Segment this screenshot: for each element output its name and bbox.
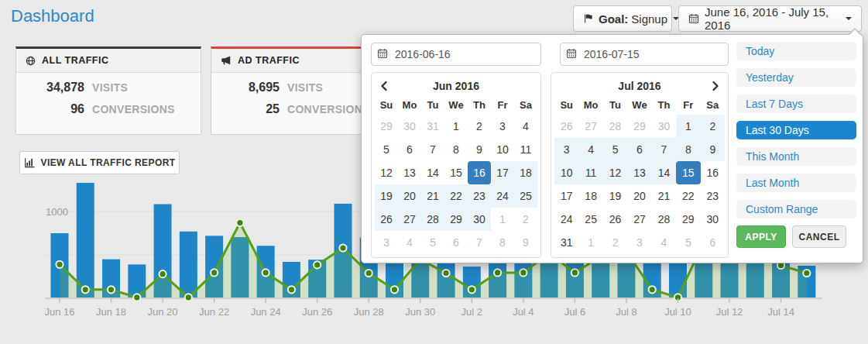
calendar-day[interactable]: 4	[578, 138, 602, 161]
calendar-day[interactable]: 1	[491, 208, 514, 231]
calendar-day[interactable]: 29	[444, 208, 468, 231]
calendar-day[interactable]: 1	[578, 231, 602, 254]
calendar-day[interactable]: 28	[652, 208, 676, 231]
end-date-input[interactable]	[560, 43, 729, 66]
calendar-day[interactable]: 26	[554, 115, 578, 138]
calendar-day[interactable]: 26	[375, 208, 398, 231]
calendar-day[interactable]: 10	[491, 138, 514, 161]
preset-today[interactable]: Today	[736, 42, 856, 60]
calendar-day[interactable]: 6	[398, 138, 421, 161]
calendar-day[interactable]: 19	[375, 184, 398, 208]
calendar-day[interactable]: 18	[514, 161, 537, 184]
calendar-day[interactable]: 28	[603, 115, 627, 138]
calendar-day[interactable]: 7	[652, 138, 676, 161]
calendar-day[interactable]: 15	[444, 161, 468, 184]
calendar-day[interactable]: 4	[398, 231, 421, 254]
calendar-day[interactable]: 30	[468, 208, 491, 231]
calendar-day[interactable]: 2	[468, 115, 491, 138]
calendar-day[interactable]: 1	[676, 115, 700, 138]
calendar-day[interactable]: 16	[701, 161, 725, 184]
calendar-day[interactable]: 7	[468, 231, 491, 254]
chevron-right-icon[interactable]	[711, 81, 720, 91]
preset-last-month[interactable]: Last Month	[736, 174, 856, 192]
cancel-button[interactable]: CANCEL	[792, 225, 846, 248]
calendar-day[interactable]: 11	[578, 161, 602, 184]
chevron-left-icon[interactable]	[379, 81, 389, 91]
calendar-day[interactable]: 26	[603, 208, 627, 231]
calendar-day[interactable]: 15	[676, 161, 700, 184]
calendar-day[interactable]: 23	[701, 184, 725, 208]
goal-dropdown-button[interactable]: Goal: Signup	[573, 5, 672, 32]
calendar-day[interactable]: 18	[578, 184, 602, 208]
calendar-day[interactable]: 17	[491, 161, 514, 184]
preset-last-30-days[interactable]: Last 30 Days	[736, 121, 856, 139]
date-range-button[interactable]: June 16, 2016 - July 15, 2016	[678, 5, 862, 32]
calendar-day[interactable]: 8	[676, 138, 700, 161]
calendar-day[interactable]: 27	[627, 208, 651, 231]
calendar-day[interactable]: 10	[554, 161, 578, 184]
calendar-day[interactable]: 25	[514, 184, 537, 208]
apply-button[interactable]: APPLY	[736, 225, 786, 248]
preset-this-month[interactable]: This Month	[736, 147, 856, 166]
calendar-day[interactable]: 12	[375, 161, 398, 184]
calendar-day[interactable]: 11	[514, 138, 537, 161]
calendar-day[interactable]: 21	[421, 184, 444, 208]
calendar-day[interactable]: 29	[375, 115, 398, 138]
calendar-day[interactable]: 3	[554, 138, 578, 161]
calendar-day[interactable]: 24	[491, 184, 514, 208]
calendar-day[interactable]: 28	[421, 208, 444, 231]
calendar-day[interactable]: 9	[514, 231, 537, 254]
calendar-day[interactable]: 5	[375, 138, 398, 161]
calendar-day[interactable]: 9	[701, 138, 725, 161]
calendar-day[interactable]: 3	[375, 231, 398, 254]
preset-yesterday[interactable]: Yesterday	[736, 68, 856, 87]
calendar-day[interactable]: 27	[578, 115, 602, 138]
calendar-day[interactable]: 14	[421, 161, 444, 184]
calendar-day[interactable]: 27	[398, 208, 421, 231]
preset-custom-range[interactable]: Custom Range	[736, 200, 856, 218]
calendar-day[interactable]: 4	[652, 231, 676, 254]
calendar-day[interactable]: 1	[444, 115, 468, 138]
calendar-day[interactable]: 13	[398, 161, 421, 184]
preset-last-7-days[interactable]: Last 7 Days	[736, 95, 856, 113]
start-date-input[interactable]	[371, 43, 541, 66]
calendar-day[interactable]: 21	[652, 184, 676, 208]
calendar-day[interactable]: 6	[444, 231, 468, 254]
calendar-day[interactable]: 8	[444, 138, 468, 161]
calendar-day[interactable]: 6	[627, 138, 651, 161]
calendar-day[interactable]: 19	[603, 184, 627, 208]
calendar-day[interactable]: 3	[627, 231, 651, 254]
calendar-day[interactable]: 30	[652, 115, 676, 138]
calendar-day[interactable]: 6	[701, 231, 725, 254]
calendar-day[interactable]: 22	[676, 184, 700, 208]
calendar-day[interactable]: 30	[701, 208, 725, 231]
calendar-day[interactable]: 22	[444, 184, 468, 208]
calendar-day[interactable]: 20	[627, 184, 651, 208]
calendar-day[interactable]: 14	[652, 161, 676, 184]
calendar-day[interactable]: 7	[421, 138, 444, 161]
calendar-day[interactable]: 31	[554, 231, 578, 254]
calendar-day[interactable]: 30	[398, 115, 421, 138]
calendar-day[interactable]: 31	[421, 115, 444, 138]
calendar-day[interactable]: 29	[627, 115, 651, 138]
calendar-day[interactable]: 2	[514, 208, 537, 231]
calendar-day[interactable]: 23	[468, 184, 491, 208]
calendar-day[interactable]: 9	[468, 138, 491, 161]
calendar-day[interactable]: 24	[554, 208, 578, 231]
calendar-day[interactable]: 29	[676, 208, 700, 231]
calendar-day[interactable]: 2	[603, 231, 627, 254]
calendar-day[interactable]: 16	[468, 161, 491, 184]
calendar-day[interactable]: 12	[603, 161, 627, 184]
calendar-day[interactable]: 5	[676, 231, 700, 254]
calendar-day[interactable]: 25	[578, 208, 602, 231]
calendar-day[interactable]: 5	[603, 138, 627, 161]
calendar-day[interactable]: 13	[627, 161, 651, 184]
calendar-day[interactable]: 20	[398, 184, 421, 208]
calendar-day[interactable]: 4	[514, 115, 537, 138]
calendar-day[interactable]: 17	[554, 184, 578, 208]
calendar-day[interactable]: 3	[491, 115, 514, 138]
view-all-traffic-report-button[interactable]: VIEW ALL TRAFFIC REPORT	[19, 151, 180, 174]
calendar-day[interactable]: 2	[701, 115, 725, 138]
calendar-day[interactable]: 8	[491, 231, 514, 254]
calendar-day[interactable]: 5	[421, 231, 444, 254]
